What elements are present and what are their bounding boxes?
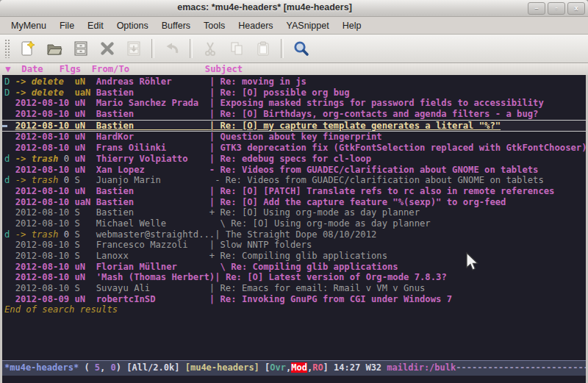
open-folder-icon[interactable] bbox=[43, 37, 65, 60]
message-row[interactable]: d -> trash 0 S Juanjo Marin - Re: Videos… bbox=[2, 175, 586, 186]
message-flags: S bbox=[74, 218, 96, 229]
message-flags: uN bbox=[74, 165, 96, 175]
mark-action-label: -> delete bbox=[15, 76, 64, 87]
message-date: 2012-08-10 bbox=[15, 272, 75, 282]
menu-help[interactable]: Help bbox=[336, 19, 368, 32]
message-row[interactable]: D -> delete uN Andreas Röhler | Re: movi… bbox=[2, 76, 586, 87]
message-row[interactable]: 2012-08-10 S Lanoxx + Re: Compiling glib… bbox=[2, 251, 586, 262]
modeline-seg-plain: 14:27 W32 bbox=[334, 362, 387, 373]
message-from: Suvayu Ali bbox=[96, 283, 209, 293]
message-date: 2012-08-10 bbox=[15, 283, 75, 293]
message-from: webmaster@straightd... bbox=[96, 229, 215, 240]
message-date: 2012-08-09 bbox=[15, 294, 75, 304]
message-subject: | The Straight Dope 08/10/2012 bbox=[215, 229, 376, 240]
modeline-seg-dashes: -------------------------------- bbox=[456, 362, 586, 373]
message-subject: - Re: Videos from GUADEC/clarification a… bbox=[209, 165, 539, 175]
message-from: Michael Welle bbox=[96, 218, 209, 229]
modeline-seg-plain: ) bbox=[116, 362, 126, 373]
message-date: 2012-08-10 bbox=[15, 98, 75, 108]
message-row[interactable]: 2012-08-10 S Michael Welle \ Re: [O] Usi… bbox=[2, 218, 586, 229]
mark-action-label: -> trash bbox=[15, 154, 59, 164]
toolbar-separator bbox=[190, 39, 193, 58]
message-subject: | Question about key fingerprint bbox=[209, 132, 382, 142]
message-flags: uN bbox=[74, 272, 96, 282]
mark-action-target: 0 bbox=[58, 154, 74, 164]
mark-flag bbox=[4, 251, 15, 262]
message-from: Frans Oilinki bbox=[96, 143, 209, 153]
menu-options[interactable]: Options bbox=[110, 19, 155, 32]
close-buffer-icon[interactable] bbox=[96, 37, 118, 60]
new-file-icon[interactable] bbox=[17, 37, 39, 60]
mode-line[interactable]: *mu4e-headers* ( 5, 0) [All/2.0k] [mu4e-… bbox=[2, 360, 586, 376]
mark-flag bbox=[4, 98, 15, 109]
modeline-seg-plain: ( bbox=[79, 362, 95, 373]
message-from: Bastien bbox=[96, 207, 209, 218]
mark-flag bbox=[4, 109, 15, 120]
message-flags: uN bbox=[74, 132, 96, 142]
message-row[interactable]: 2012-08-10 uN 'Mash (Thomas Herbert)| Re… bbox=[2, 272, 586, 283]
message-row[interactable]: 2012-08-10 uN Bastien | Re: [O] my captu… bbox=[2, 120, 586, 132]
mark-action-label: -> trash bbox=[15, 229, 59, 240]
search-icon[interactable] bbox=[290, 37, 312, 60]
menu-bar[interactable]: MyMenuFileEditOptionsBuffersToolsHeaders… bbox=[0, 17, 588, 35]
message-row[interactable]: d -> trash 0 S webmaster@straightd...| T… bbox=[2, 229, 586, 240]
message-date: 2012-08-10 bbox=[15, 132, 75, 142]
message-flags: uN bbox=[74, 294, 96, 304]
mark-action-target bbox=[64, 76, 75, 87]
message-flags: S bbox=[74, 240, 96, 250]
message-row[interactable]: 2012-08-10 uN Frans Oilinki | GTK3 depre… bbox=[2, 143, 586, 154]
close-button[interactable]: x bbox=[567, 2, 585, 15]
message-row[interactable]: d -> trash 0 uN Thierry Volpiatto | Re: … bbox=[2, 154, 586, 165]
message-flags: uN bbox=[74, 76, 96, 87]
message-from: Bastien bbox=[96, 121, 209, 131]
menu-headers[interactable]: Headers bbox=[232, 19, 279, 32]
menu-yasnippet[interactable]: YASnippet bbox=[280, 19, 336, 32]
mark-flag bbox=[4, 186, 15, 197]
column-header-line: ▼ Date Flgs From/To Subject bbox=[0, 63, 588, 75]
toolbar-separator bbox=[281, 39, 284, 58]
modeline-seg-plain: , bbox=[100, 362, 110, 373]
menu-file[interactable]: File bbox=[53, 19, 81, 32]
message-subject: \ Re: [O] Using org-mode as day planner bbox=[209, 218, 431, 229]
menu-tools[interactable]: Tools bbox=[197, 19, 232, 32]
message-from: Xan Lopez bbox=[96, 165, 209, 175]
message-row[interactable]: 2012-08-10 uN Xan Lopez - Re: Videos fro… bbox=[2, 165, 586, 176]
message-row[interactable]: 2012-08-10 uN Mario Sanchez Prada | Expo… bbox=[2, 98, 586, 109]
message-date: 2012-08-10 bbox=[15, 165, 75, 175]
message-row[interactable]: 2012-08-10 uN Bastien | Re: [O] Birthday… bbox=[2, 109, 586, 120]
message-row[interactable]: 2012-08-10 uN Bastien | Re: [O] [PATCH] … bbox=[2, 186, 586, 197]
mark-flag bbox=[4, 197, 15, 208]
message-row[interactable]: 2012-08-09 uN robertcInSD | Re: Invoking… bbox=[2, 294, 586, 305]
save-icon[interactable] bbox=[70, 37, 92, 60]
message-row[interactable]: D -> delete uaN Bastien | Re: [O] possib… bbox=[2, 87, 586, 99]
message-row[interactable]: 2012-08-10 S Francesco Mazzoli | Slow NN… bbox=[2, 240, 586, 251]
message-list[interactable]: D -> delete uN Andreas Röhler | Re: movi… bbox=[2, 75, 586, 360]
message-row[interactable]: 2012-08-10 uN Florian Müllner \ Re: Comp… bbox=[2, 262, 586, 273]
message-flags: uaN bbox=[74, 197, 96, 207]
message-flags: S bbox=[74, 207, 96, 218]
menu-edit[interactable]: Edit bbox=[81, 19, 110, 32]
message-from: Mario Sanchez Prada bbox=[96, 98, 209, 108]
message-row[interactable]: 2012-08-10 S Suvayu Ali | Re: Emacs for … bbox=[2, 283, 586, 294]
modeline-seg-number: 0 bbox=[111, 362, 116, 373]
title-bar[interactable]: emacs: *mu4e-headers* [mu4e-headers] – ▫… bbox=[0, 0, 588, 17]
end-of-results-label: End of search results bbox=[2, 304, 586, 315]
menu-buffers[interactable]: Buffers bbox=[155, 19, 197, 32]
modeline-seg-number: 5 bbox=[95, 362, 100, 373]
message-row[interactable]: 2012-08-10 uaN Bastien | Re: [O] Add the… bbox=[2, 197, 586, 208]
menu-mymenu[interactable]: MyMenu bbox=[4, 19, 53, 32]
toolbar[interactable] bbox=[0, 35, 588, 63]
message-subject: | Re: Invoking GnuPG from CGI under Wind… bbox=[209, 294, 452, 304]
message-flags: S bbox=[74, 175, 96, 185]
minimize-button[interactable]: – bbox=[528, 2, 545, 15]
maximize-button[interactable]: ▫ bbox=[548, 2, 565, 15]
emacs-window: emacs: *mu4e-headers* [mu4e-headers] – ▫… bbox=[0, 0, 588, 383]
mark-action-label: -> trash bbox=[15, 175, 59, 185]
message-date: 2012-08-10 bbox=[15, 109, 75, 119]
mark-flag bbox=[4, 240, 15, 251]
save-as-icon bbox=[123, 37, 145, 60]
message-row[interactable]: 2012-08-10 uN HardKor | Question about k… bbox=[2, 132, 586, 143]
mark-action-target: 0 bbox=[58, 175, 74, 185]
message-row[interactable]: 2012-08-10 S Bastien + Re: [O] Using org… bbox=[2, 207, 586, 218]
message-subject: | Re: moving in js bbox=[209, 76, 306, 87]
